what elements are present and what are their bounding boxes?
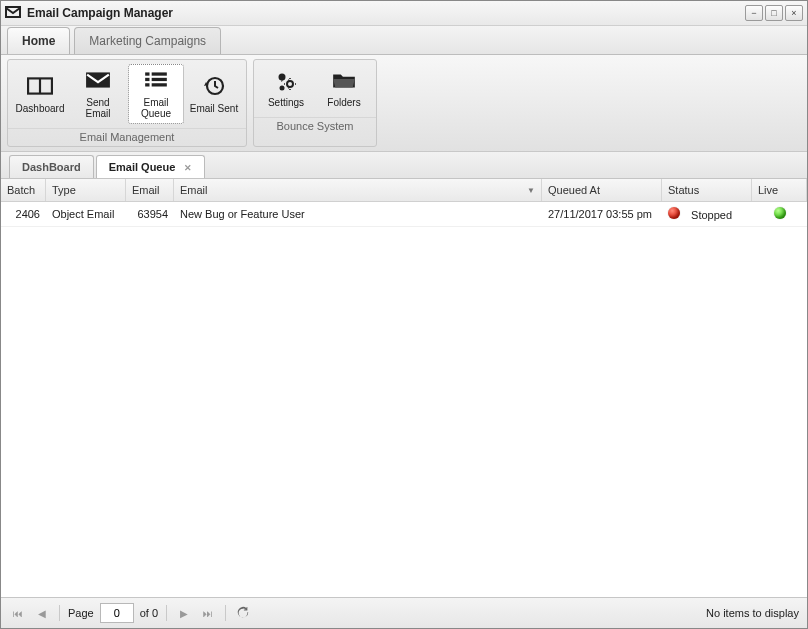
main-tab-bar: Home Marketing Campaigns — [1, 26, 807, 55]
svg-rect-4 — [152, 72, 167, 75]
status-led-icon — [668, 207, 680, 219]
svg-rect-8 — [152, 83, 167, 86]
subtab-email-queue[interactable]: Email Queue ✕ — [96, 155, 206, 178]
mail-icon — [5, 5, 21, 21]
separator — [225, 605, 226, 621]
tab-home[interactable]: Home — [7, 27, 70, 54]
close-button[interactable]: × — [785, 5, 803, 21]
col-live[interactable]: Live — [752, 179, 807, 201]
settings-label: Settings — [268, 97, 304, 108]
email-sent-label: Email Sent — [190, 103, 238, 114]
content-tab-bar: DashBoard Email Queue ✕ — [1, 152, 807, 179]
svg-point-12 — [287, 81, 293, 87]
col-type[interactable]: Type — [46, 179, 126, 201]
grid-body: 2406 Object Email 63954 New Bug or Featu… — [1, 202, 807, 597]
send-email-label: Send Email — [73, 97, 123, 119]
settings-button[interactable]: Settings — [258, 64, 314, 113]
cell-email-id: 63954 — [126, 204, 174, 224]
svg-rect-3 — [145, 72, 149, 75]
gear-icon — [273, 69, 299, 93]
separator — [59, 605, 60, 621]
col-batch[interactable]: Batch — [1, 179, 46, 201]
email-sent-button[interactable]: Email Sent — [186, 64, 242, 124]
svg-rect-7 — [145, 83, 149, 86]
live-led-icon — [774, 207, 786, 219]
subtab-dashboard[interactable]: DashBoard — [9, 155, 94, 178]
cell-batch: 2406 — [1, 204, 46, 224]
svg-rect-2 — [86, 72, 110, 87]
dashboard-button[interactable]: Dashboard — [12, 64, 68, 124]
page-input[interactable] — [100, 603, 134, 623]
email-queue-label: Email Queue — [131, 97, 181, 119]
ribbon-group-label-2: Bounce System — [254, 117, 376, 135]
dashboard-label: Dashboard — [16, 103, 65, 114]
minimize-button[interactable]: − — [745, 5, 763, 21]
ribbon-group-bounce-system: Settings Folders Bounce System — [253, 59, 377, 147]
send-email-button[interactable]: Send Email — [70, 64, 126, 124]
cell-type: Object Email — [46, 204, 126, 224]
subtab-email-queue-label: Email Queue — [109, 161, 176, 173]
dashboard-icon — [27, 75, 53, 99]
next-page-button[interactable]: ▶ — [175, 604, 193, 622]
col-status[interactable]: Status — [662, 179, 752, 201]
svg-rect-6 — [152, 78, 167, 81]
window-title: Email Campaign Manager — [27, 6, 173, 20]
first-page-button[interactable]: ⏮ — [9, 604, 27, 622]
prev-page-button[interactable]: ◀ — [33, 604, 51, 622]
folders-button[interactable]: Folders — [316, 64, 372, 113]
pager-summary: No items to display — [706, 607, 799, 619]
col-email-id[interactable]: Email — [126, 179, 174, 201]
folder-icon — [331, 69, 357, 93]
page-of-label: of 0 — [140, 607, 158, 619]
cell-queued-at: 27/11/2017 03:55 pm — [542, 204, 662, 224]
chevron-down-icon[interactable]: ▼ — [527, 186, 535, 195]
tab-marketing-campaigns[interactable]: Marketing Campaigns — [74, 27, 221, 54]
svg-point-10 — [279, 74, 286, 81]
cell-email: New Bug or Feature User — [174, 204, 542, 224]
title-bar: Email Campaign Manager − □ × — [1, 1, 807, 26]
ribbon: Dashboard Send Email Email Queue Email S… — [1, 55, 807, 152]
col-email[interactable]: Email ▼ — [174, 179, 542, 201]
folders-label: Folders — [327, 97, 360, 108]
page-label: Page — [68, 607, 94, 619]
last-page-button[interactable]: ⏭ — [199, 604, 217, 622]
close-tab-icon[interactable]: ✕ — [184, 163, 192, 173]
envelope-icon — [85, 69, 111, 93]
cell-status: Stopped — [662, 203, 752, 225]
separator — [166, 605, 167, 621]
cell-live — [752, 203, 807, 225]
grid-header: Batch Type Email Email ▼ Queued At Statu… — [1, 179, 807, 202]
pager-bar: ⏮ ◀ Page of 0 ▶ ⏭ No items to display — [1, 597, 807, 628]
col-queued-at[interactable]: Queued At — [542, 179, 662, 201]
app-window: Email Campaign Manager − □ × Home Market… — [0, 0, 808, 629]
ribbon-group-email-management: Dashboard Send Email Email Queue Email S… — [7, 59, 247, 147]
ribbon-group-label-1: Email Management — [8, 128, 246, 146]
grid: Batch Type Email Email ▼ Queued At Statu… — [1, 179, 807, 597]
history-icon — [201, 75, 227, 99]
table-row[interactable]: 2406 Object Email 63954 New Bug or Featu… — [1, 202, 807, 227]
list-icon — [143, 69, 169, 93]
maximize-button[interactable]: □ — [765, 5, 783, 21]
refresh-button[interactable] — [234, 604, 252, 622]
refresh-icon — [236, 606, 250, 620]
svg-rect-5 — [145, 78, 149, 81]
svg-point-11 — [280, 86, 285, 91]
cell-status-text: Stopped — [691, 209, 732, 221]
email-queue-button[interactable]: Email Queue — [128, 64, 184, 124]
col-email-label: Email — [180, 184, 208, 196]
